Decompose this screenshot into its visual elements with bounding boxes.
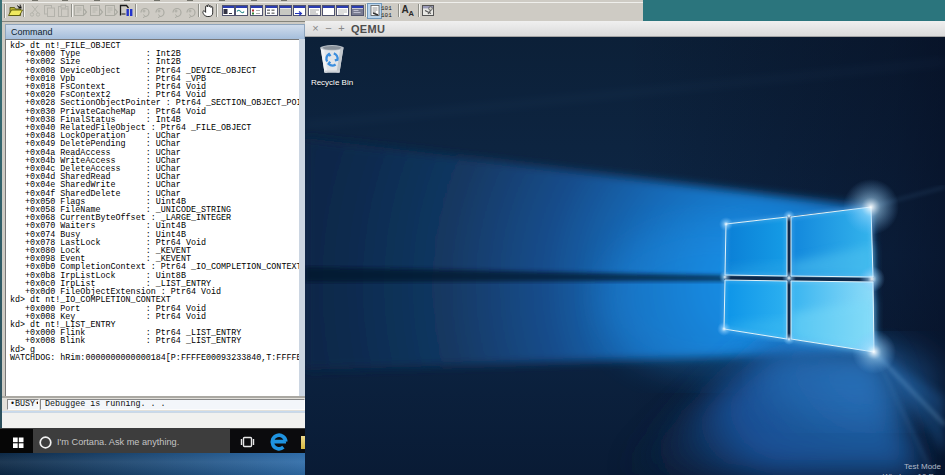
svg-text:A: A [409,9,415,18]
svg-text:101: 101 [381,12,392,19]
svg-text:101: 101 [381,5,392,12]
